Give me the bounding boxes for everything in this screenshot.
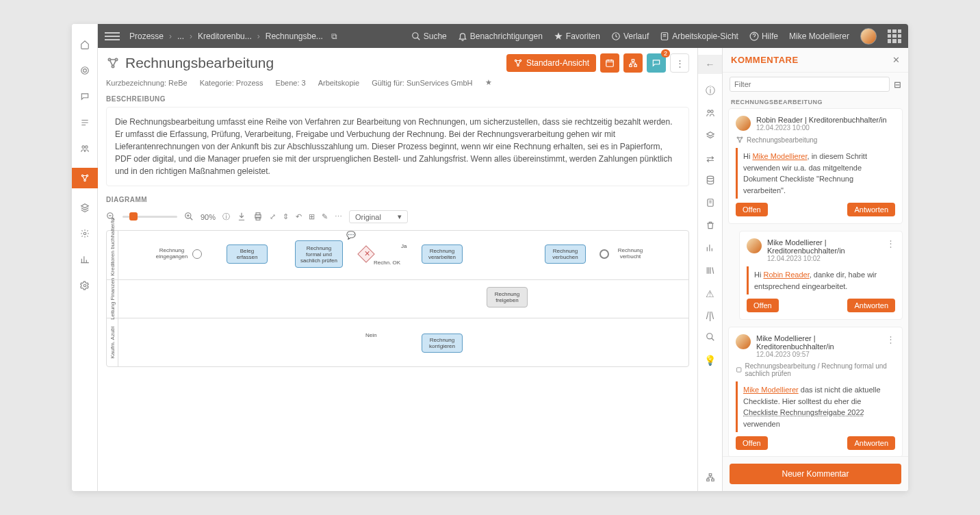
nav-gear-icon[interactable] (78, 279, 92, 292)
zoom-in-icon[interactable] (184, 212, 194, 223)
more-button[interactable]: ⋮ (670, 53, 689, 73)
rail-road-icon[interactable]: /|\ (706, 310, 714, 321)
collapse-panel-icon[interactable]: ← (698, 55, 722, 74)
comment-card: Mike Modellierer | Kreditorenbuchhalter/… (728, 327, 903, 456)
comment-count-badge: 2 (661, 49, 670, 58)
rail-people-icon[interactable] (706, 108, 715, 120)
rail-trash-icon[interactable] (706, 221, 715, 232)
nav-home-icon[interactable] (78, 38, 92, 51)
comments-title: KOMMENTARE (731, 55, 799, 65)
standard-view-button[interactable]: Standard-Ansicht (506, 54, 596, 72)
notifications-action[interactable]: Benachrichtigungen (458, 32, 543, 41)
edit-icon[interactable]: ✎ (322, 212, 328, 221)
nav-org-icon[interactable] (78, 142, 92, 155)
reply-button[interactable]: Antworten (847, 299, 895, 312)
zoom-slider[interactable] (122, 216, 177, 218)
nav-process-icon[interactable] (72, 168, 98, 188)
comment-card: Robin Reader | Kreditorenbuchhalter/in 1… (728, 108, 903, 224)
status-button[interactable]: Offen (736, 203, 768, 216)
variant-dropdown[interactable]: Original ▾ (349, 210, 408, 223)
reply-button[interactable]: Antworten (847, 203, 895, 216)
breadcrumb-item[interactable]: Rechnungsbe... (266, 32, 323, 41)
breadcrumb-item[interactable]: Kreditorenbu... (198, 32, 252, 41)
rail-swap-icon[interactable]: ⇄ (706, 153, 714, 164)
svg-rect-33 (706, 479, 709, 481)
comment-author: Mike Modellierer | Kreditorenbuchhalter/… (767, 238, 881, 255)
nav-list-icon[interactable] (78, 116, 92, 129)
nav-target-icon[interactable] (78, 64, 92, 77)
user-avatar[interactable] (860, 28, 877, 45)
zoom-value: 90% (201, 213, 216, 221)
start-event[interactable] (192, 249, 202, 259)
help-action[interactable]: Hilfe (749, 32, 778, 41)
task-verarbeiten[interactable]: Rechnung verarbeiten (422, 244, 463, 264)
nav-chat-icon[interactable] (78, 90, 92, 103)
favorites-action[interactable]: Favoriten (554, 32, 600, 41)
comment-marker-icon[interactable]: 💬 (346, 231, 356, 240)
filter-input[interactable] (730, 77, 890, 92)
copy-icon[interactable]: ⧉ (331, 32, 337, 41)
task-korrigieren[interactable]: Rechnung korrigieren (422, 334, 463, 353)
download-icon[interactable] (237, 212, 246, 223)
info-icon[interactable]: ⓘ (222, 212, 230, 222)
undo-icon[interactable]: ↶ (296, 212, 302, 221)
add-icon[interactable]: ⊞ (309, 212, 315, 221)
nav-chart-icon[interactable] (78, 253, 92, 266)
task-beleg-erfassen[interactable]: Beleg erfassen (227, 244, 268, 264)
task-freigeben[interactable]: Rechnung freigeben (487, 287, 528, 307)
diagram-canvas[interactable]: Kreditoren buchhalter/in Leitung Finanze… (106, 230, 689, 367)
svg-point-17 (517, 64, 519, 66)
comment-body: Hi Robin Reader, danke dir, habe wir ent… (747, 266, 895, 294)
hierarchy-button[interactable] (623, 53, 643, 73)
mention-link[interactable]: Robin Reader (763, 271, 809, 279)
comment-body: Hi Mike Modellierer, in diesem Schritt v… (736, 148, 895, 199)
reply-button[interactable]: Antworten (847, 436, 895, 450)
rail-info-icon[interactable]: ⓘ (706, 85, 715, 97)
doc-link[interactable]: Checkliste Rechnungsfreigabe 2022 (743, 408, 864, 416)
favorite-star-icon[interactable]: ★ (485, 78, 492, 87)
status-button[interactable]: Offen (736, 436, 768, 450)
hamburger-menu[interactable] (105, 32, 120, 40)
fit-icon[interactable]: ⇕ (283, 212, 289, 221)
svg-rect-32 (709, 474, 712, 476)
print-icon[interactable] (253, 212, 263, 223)
svg-rect-34 (711, 479, 714, 481)
rail-bottom-icon[interactable] (706, 473, 715, 484)
comment-menu-icon[interactable]: ⋮ (886, 238, 895, 249)
comment-menu-icon[interactable]: ⋮ (886, 334, 895, 344)
rail-bulb-icon[interactable]: 💡 (704, 355, 716, 366)
mention-link[interactable]: Mike Modellierer (743, 386, 799, 394)
meta-level: Ebene: 3 (276, 79, 306, 87)
search-action[interactable]: Suche (411, 32, 447, 41)
history-action[interactable]: Verlauf (611, 32, 649, 41)
breadcrumb-item[interactable]: Prozesse (129, 32, 164, 41)
rail-database-icon[interactable] (706, 175, 715, 187)
diagram-section-label: DIAGRAMM (106, 196, 689, 203)
task-verbuchen[interactable]: Rechnung verbuchen (545, 244, 586, 264)
task-pruefen[interactable]: Rechnung formal und sachlich prüfen (295, 240, 343, 268)
apps-grid-icon[interactable] (888, 29, 901, 43)
rail-library-icon[interactable] (706, 266, 715, 277)
new-comment-button[interactable]: Neuer Kommentar (730, 464, 901, 484)
mention-link[interactable]: Mike Modellierer (752, 152, 807, 160)
more-tools-icon[interactable]: ⋯ (335, 212, 342, 221)
status-button[interactable]: Offen (747, 299, 779, 312)
workcopy-action[interactable]: Arbeitskopie-Sicht (660, 32, 738, 41)
svg-point-37 (739, 141, 740, 142)
rail-warning-icon[interactable]: ⚠ (706, 288, 714, 299)
rail-doc-icon[interactable] (706, 198, 715, 210)
breadcrumb-item[interactable]: ... (177, 32, 184, 41)
page-actions: Standard-Ansicht 2 ⋮ (506, 53, 689, 73)
nav-layers-icon[interactable] (78, 201, 92, 214)
comments-button[interactable]: 2 (647, 53, 666, 73)
close-panel-icon[interactable]: ✕ (892, 55, 900, 65)
user-name: Mike Modellierer (789, 32, 849, 41)
rail-layers-icon[interactable] (706, 131, 715, 142)
filter-tree-icon[interactable]: ⊟ (894, 79, 901, 90)
rail-chart-icon[interactable] (706, 243, 715, 255)
rail-search-icon[interactable] (706, 332, 715, 344)
end-event[interactable] (599, 249, 609, 259)
calendar-button[interactable] (600, 53, 619, 73)
nav-settings-icon[interactable] (78, 227, 92, 240)
fullscreen-icon[interactable]: ⤢ (270, 212, 276, 221)
